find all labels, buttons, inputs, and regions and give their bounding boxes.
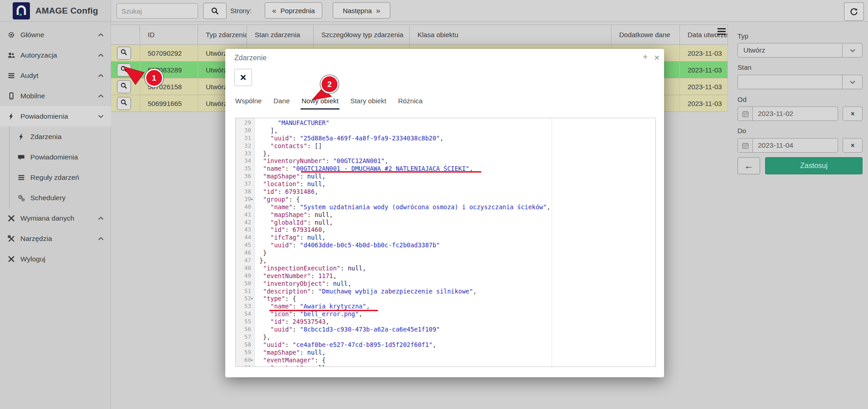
- sidebar-item-główne[interactable]: Główne: [0, 24, 111, 45]
- bolt-icon: [17, 133, 25, 141]
- row-details-button[interactable]: [117, 80, 131, 93]
- code-text: },: [256, 150, 271, 158]
- amage-config-screen: AMAGE Config GłówneAutoryzacjaAudytMobil…: [0, 0, 868, 409]
- code-text: "id": 249537543,: [256, 318, 330, 326]
- line-number: 57: [236, 333, 251, 341]
- line-number: 54: [236, 310, 251, 318]
- fold-icon[interactable]: ▾: [251, 356, 253, 364]
- modal-tabs: WspólneDaneNowy obiektStary obiektRóżnic…: [234, 95, 423, 110]
- line-number: 29: [236, 119, 251, 127]
- tab-różnica[interactable]: Różnica: [397, 95, 423, 110]
- code-line-47: 47 },: [236, 257, 655, 265]
- code-line-43: 43 "id": 67931460,: [236, 226, 655, 234]
- cogs-icon: [17, 194, 25, 202]
- to-date-label: Do: [737, 127, 746, 135]
- tab-wspólne[interactable]: Wspólne: [234, 95, 262, 110]
- code-text: "inventoryObject": null,: [256, 280, 351, 288]
- column-header-id[interactable]: ID: [140, 25, 198, 44]
- sidebar-item-autoryzacja[interactable]: Autoryzacja: [0, 45, 111, 65]
- to-date-input[interactable]: 2023-11-04: [737, 138, 838, 153]
- sidebar-item-label: Schedulery: [30, 194, 66, 202]
- line-number: 52: [236, 295, 251, 303]
- magnifier-icon: [120, 65, 128, 74]
- code-line-48: 48 "inspectionExecution": null,: [236, 265, 655, 272]
- line-number: 51: [236, 288, 251, 295]
- line-number: 50: [236, 280, 251, 288]
- line-number: 56: [236, 326, 251, 333]
- fold-icon[interactable]: ▾: [251, 295, 253, 303]
- tab-nowy-obiekt[interactable]: Nowy obiekt: [301, 95, 339, 110]
- close-icon[interactable]: ×: [654, 53, 659, 62]
- magnifier-icon: [120, 48, 128, 58]
- list-icon: [7, 72, 15, 80]
- code-line-61: 61 "contact": null: [236, 364, 655, 367]
- column-header-typ-zdarzenia[interactable]: Typ zdarzenia: [198, 25, 247, 44]
- line-number: 41: [236, 211, 251, 219]
- fold-icon[interactable]: ▾: [251, 196, 253, 203]
- modal-title: Zdarzenie: [234, 54, 267, 62]
- sidebar-item-wyloguj[interactable]: Wyloguj: [0, 249, 111, 269]
- code-line-57: 57 },: [236, 333, 655, 341]
- sidebar-item-powiadomienia[interactable]: Powiadomienia: [10, 147, 111, 167]
- search-input[interactable]: [116, 3, 198, 19]
- tab-stary-obiekt[interactable]: Stary obiekt: [349, 95, 387, 110]
- row-details-button[interactable]: [117, 47, 131, 60]
- sidebar-item-schedulery[interactable]: Schedulery: [10, 188, 111, 208]
- column-header-szczegółowy-typ-zdarzenia[interactable]: Szczegółowy typ zdarzenia: [314, 25, 410, 44]
- column-header-stan-zdarzenia[interactable]: Stan zdarzenia: [247, 25, 314, 44]
- sidebar-item-mobilne[interactable]: Mobilne: [0, 86, 111, 106]
- chevron-down-icon: [849, 46, 856, 54]
- chevrons-right-icon: »: [376, 7, 380, 14]
- row-id: 507026158: [140, 78, 198, 95]
- code-text: "MANUFACTURER": [256, 119, 330, 127]
- line-number: 46: [236, 249, 251, 257]
- tab-dane[interactable]: Dane: [272, 95, 291, 110]
- maximize-icon[interactable]: +: [643, 53, 648, 61]
- sidebar-item-powiadomienia[interactable]: Powiadomienia: [0, 106, 111, 126]
- modal-close-button[interactable]: ×: [234, 69, 252, 86]
- code-line-54: 54 "icon": "bell_error.png",: [236, 310, 655, 318]
- row-details-button[interactable]: [117, 97, 131, 110]
- previous-page-button[interactable]: « Poprzednia: [265, 2, 322, 19]
- from-date-input[interactable]: 2023-11-02: [737, 106, 838, 121]
- next-page-button[interactable]: Następna »: [333, 2, 390, 19]
- code-line-40: 40 "name": "System uzdatniania wody (odw…: [236, 203, 655, 211]
- column-menu-icon[interactable]: [717, 27, 727, 36]
- line-number: 30: [236, 127, 251, 135]
- row-created-date: 2023-11-03: [680, 45, 728, 61]
- line-number: 44: [236, 234, 251, 241]
- sidebar-item-reguły-zdarzeń[interactable]: Reguły zdarzeń: [10, 167, 111, 188]
- code-text: "description": "Dmuchawę wybija zabezpie…: [256, 288, 477, 295]
- sidebar-item-narzędzia[interactable]: Narzędzia: [0, 228, 111, 249]
- state-filter-select[interactable]: [737, 75, 863, 89]
- type-filter-select[interactable]: Utwórz: [737, 43, 863, 58]
- json-code-editor[interactable]: 29 "MANUFACTURER"30 ],31 "uuid": "25d88e…: [235, 118, 656, 367]
- refresh-button[interactable]: [844, 2, 864, 21]
- sidebar-item-wymiana-danych[interactable]: Wymiana danych: [0, 208, 111, 228]
- apply-button[interactable]: Zastosuj: [765, 157, 863, 174]
- clear-from-date-button[interactable]: ×: [843, 106, 863, 121]
- line-number: 33: [236, 150, 251, 158]
- column-header-klasa-obiektu[interactable]: Klasa obiektu: [410, 25, 611, 44]
- sidebar-item-audyt[interactable]: Audyt: [0, 65, 111, 86]
- type-filter-label: Typ: [737, 32, 748, 40]
- column-header-actions: [111, 25, 140, 44]
- code-text: "inspectionExecution": null,: [256, 265, 366, 272]
- code-text: "eventNumber": 1171,: [256, 272, 337, 280]
- code-text: "name": "00GTC12AN001 - DMUCHAWA #2 NATL…: [256, 165, 473, 173]
- sidebar-item-zdarzenia[interactable]: Zdarzenia: [10, 126, 111, 147]
- from-date-label: Od: [737, 96, 747, 103]
- code-line-56: 56 "uuid": "8cbcc1d3-c930-473b-a62a-ca6e…: [236, 326, 655, 333]
- column-header-dodatkowe-dane[interactable]: Dodatkowe dane: [611, 25, 680, 44]
- line-number: 37: [236, 180, 251, 188]
- back-button[interactable]: ←: [737, 157, 760, 174]
- clear-to-date-button[interactable]: ×: [843, 138, 863, 153]
- chevron-up-icon: [98, 217, 104, 220]
- amage-logo-icon: [13, 2, 30, 19]
- code-line-49: 49 "eventNumber": 1171,: [236, 272, 655, 280]
- code-text: }: [256, 249, 267, 257]
- search-button[interactable]: [203, 3, 227, 19]
- gear-icon: [7, 31, 15, 39]
- line-number: 35: [236, 165, 251, 173]
- row-details-button[interactable]: [117, 63, 131, 77]
